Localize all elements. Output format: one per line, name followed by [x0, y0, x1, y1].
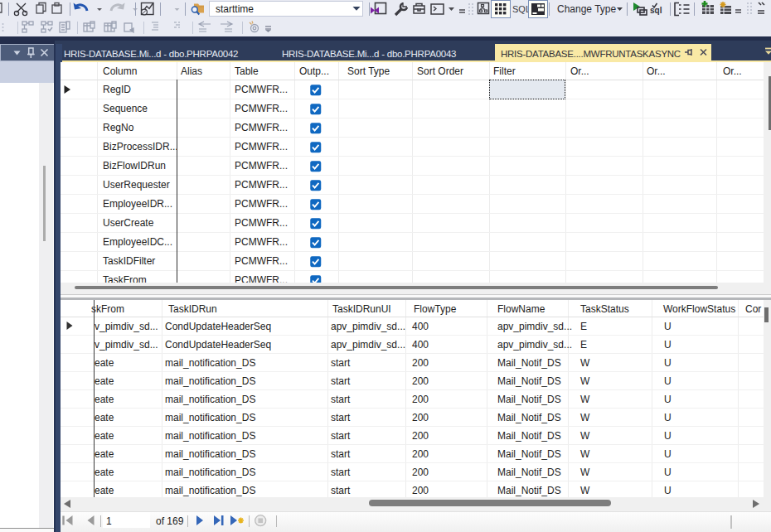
svg-text:Change Type: Change Type — [557, 3, 616, 15]
svg-text:sql: sql — [650, 6, 662, 15]
svg-text:SQL: SQL — [512, 4, 531, 14]
